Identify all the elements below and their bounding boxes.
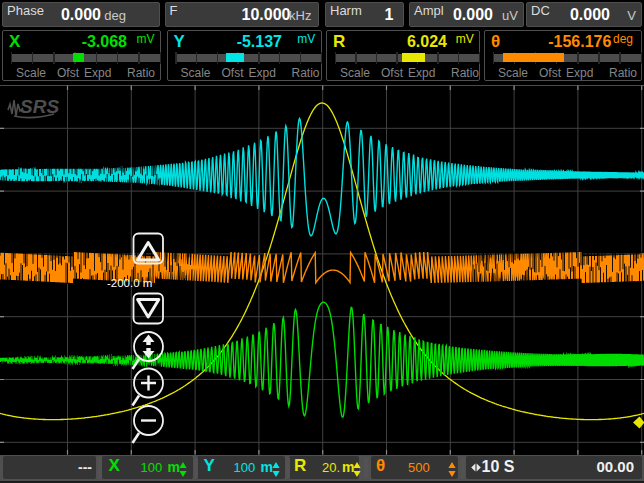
svg-text:-200.0 m: -200.0 m bbox=[107, 277, 152, 289]
svg-text:SRS: SRS bbox=[20, 96, 59, 117]
